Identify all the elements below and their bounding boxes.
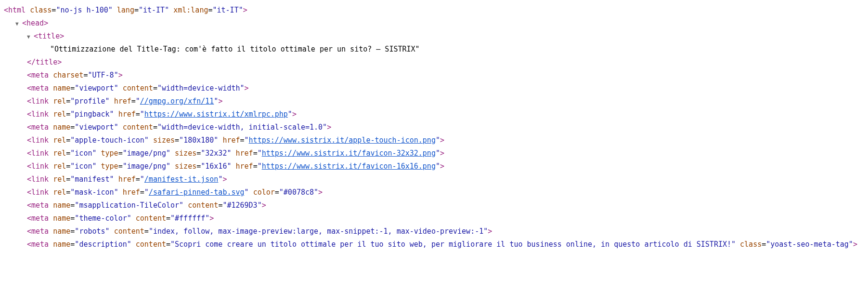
link-manifest[interactable]: <link rel="manifest" href="/manifest-it.… [4, 173, 864, 186]
link-mask-icon[interactable]: <link rel="mask-icon" href="/safari-pinn… [4, 186, 864, 199]
meta-themecolor[interactable]: <meta name="theme-color" content="#fffff… [4, 212, 864, 225]
meta-charset[interactable]: <meta charset="UTF-8"> [4, 69, 864, 82]
head-open-tag[interactable]: ▼<head> [4, 17, 864, 30]
link-favicon-16[interactable]: <link rel="icon" type="image/png" sizes=… [4, 160, 864, 173]
mask-icon-href-link[interactable]: /safari-pinned-tab.svg [149, 188, 245, 197]
manifest-href-link[interactable]: /manifest-it.json [144, 175, 219, 184]
profile-href-link[interactable]: //gmpg.org/xfn/11 [140, 97, 214, 106]
meta-viewport-1[interactable]: <meta name="viewport" content="width=dev… [4, 82, 864, 95]
dom-tree: <html class="no-js h-100" lang="it-IT" x… [4, 4, 864, 251]
link-profile[interactable]: <link rel="profile" href="//gmpg.org/xfn… [4, 95, 864, 108]
title-text: "Ottimizzazione del Title-Tag: com'è fat… [4, 43, 864, 56]
expand-twisty-icon[interactable]: ▼ [27, 32, 33, 42]
apple-icon-href-link[interactable]: https://www.sistrix.it/apple-touch-icon.… [249, 136, 436, 145]
link-apple-touch-icon[interactable]: <link rel="apple-touch-icon" sizes="180x… [4, 134, 864, 147]
meta-description[interactable]: <meta name="description" content="Scopri… [4, 238, 864, 251]
link-pingback[interactable]: <link rel="pingback" href="https://www.s… [4, 108, 864, 121]
title-open-tag[interactable]: ▼<title> [4, 30, 864, 43]
html-open-tag[interactable]: <html class="no-js h-100" lang="it-IT" x… [4, 4, 864, 17]
meta-tilecolor[interactable]: <meta name="msapplication-TileColor" con… [4, 199, 864, 212]
favicon32-href-link[interactable]: https://www.sistrix.it/favicon-32x32.png [262, 149, 436, 158]
meta-robots[interactable]: <meta name="robots" content="index, foll… [4, 225, 864, 238]
favicon16-href-link[interactable]: https://www.sistrix.it/favicon-16x16.png [262, 162, 436, 171]
expand-twisty-icon[interactable]: ▼ [15, 19, 21, 29]
title-close-tag[interactable]: </title> [4, 56, 864, 69]
meta-viewport-2[interactable]: <meta name="viewport" content="width=dev… [4, 121, 864, 134]
pingback-href-link[interactable]: https://www.sistrix.it/xmlrpc.php [144, 110, 288, 119]
link-favicon-32[interactable]: <link rel="icon" type="image/png" sizes=… [4, 147, 864, 160]
